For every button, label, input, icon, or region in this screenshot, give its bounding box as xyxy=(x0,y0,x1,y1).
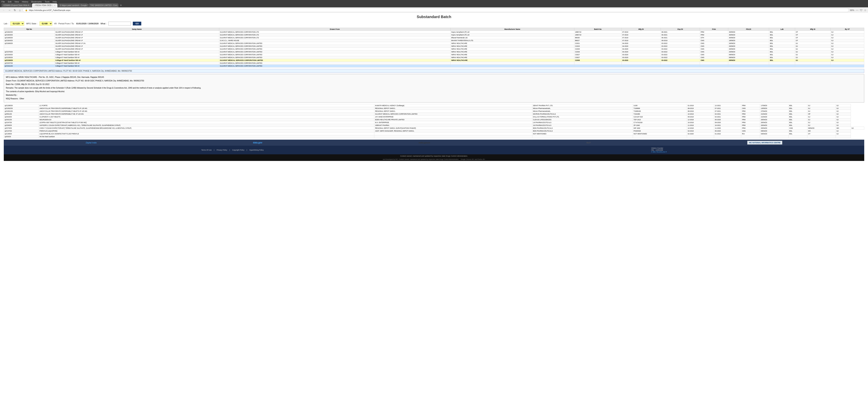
address-text: https://xlnindia.gov.in/GP_FailedSample.… xyxy=(29,9,70,11)
moiy-text: MoIY xyxy=(587,142,591,144)
table-row[interactable]: SILVER SULPHADIAZINE CREAM I.PGUJARAT ME… xyxy=(4,48,864,51)
pipe2: | xyxy=(229,149,230,151)
col-mfgdt: Mfg Dt xyxy=(621,28,661,31)
tab-fdca-close[interactable]: ✕ xyxy=(54,4,56,6)
detail-panel: MFG Address: NIRAV HEALTHCARE - Plot No.… xyxy=(4,74,864,102)
table-row[interactable]: q2/1541/20Collage-67 Hand Sanitizer 500 … xyxy=(4,65,864,67)
col-batchno: Batch No xyxy=(574,28,621,31)
table-row[interactable]: q2/1536/20Collage-67 Hand Sanitizer 500 … xyxy=(4,59,864,62)
lock-icon: 🔒 xyxy=(25,9,28,11)
footer-developed: and Developed by NIC. Content owned, mai… xyxy=(4,158,864,161)
period-value: 01/01/2020 / 10/06/2020 xyxy=(76,23,98,25)
detail-contents: The contents of active ingredients- Ethy… xyxy=(6,90,862,93)
table-row[interactable]: q2/138/20LIQUOPHIN BLACK DISINFECTANT FL… xyxy=(4,132,864,135)
hits-text: Hits : 14263498 xyxy=(651,149,667,151)
table-row[interactable]: q2/137/20PHENYLE (LIQUOPHIN)ASST. DEPO M… xyxy=(4,130,864,132)
more-options-icon[interactable]: ⋯ xyxy=(856,9,858,12)
table-row[interactable]: q2/1576/20Collage-67 Hand Sanitizer 500 … xyxy=(4,51,864,53)
menu-edit[interactable]: Edit xyxy=(8,1,11,3)
menu-tools[interactable]: Tools xyxy=(45,1,50,3)
col-expdt: Exp Dt xyxy=(661,28,700,31)
go-button[interactable]: GO xyxy=(133,22,141,25)
zoom-indicator: 80% xyxy=(850,9,854,11)
what-label: What : xyxy=(100,23,106,25)
what-input[interactable] xyxy=(108,22,131,25)
terms-link[interactable]: Terms Of Use xyxy=(202,149,212,151)
menu-help[interactable]: Help xyxy=(53,1,57,3)
table-row[interactable]: q2/1052/20AMOXYCILLIN TRIHYDRATE DISPERS… xyxy=(4,107,864,110)
footer-bottom: Content owned, maintained and updated by… xyxy=(4,154,864,158)
tab-fdca[interactable]: :: FDCA / FDA / DCD :: ✕ xyxy=(32,3,58,7)
page-content: Substandard Batch Lab : GJ-123 MFG State… xyxy=(0,13,868,401)
detail-marketed: Marketed By : xyxy=(6,94,862,97)
star-icon[interactable]: ☆ xyxy=(864,9,867,12)
nic-logo: NIC NATIONAL INFORMATICS CENTRE xyxy=(747,141,782,145)
table-row[interactable]: q2/1535/20Collage-67 Hand Sanitizer 500 … xyxy=(4,56,864,59)
footer-links: Terms Of Use | Privacy Policy | Copyrigh… xyxy=(202,149,264,151)
table-row[interactable]: q2/1051/20AMOXYCILLIN TRIHYDRATE DISPERS… xyxy=(4,110,864,113)
tab-falgun[interactable]: G falgun patel sandesh - Google S ✕ xyxy=(58,3,88,7)
col-frtm: Frtm xyxy=(700,28,728,31)
browser-frame: File Edit View History Bookmarks Tools H… xyxy=(0,0,868,401)
table-row[interactable]: q2/197/20LEVPRA-500 TABLETS [LEVETIRACET… xyxy=(4,121,864,124)
menu-view[interactable]: View xyxy=(14,1,19,3)
mfg-select[interactable]: GJ-80 xyxy=(39,21,52,26)
detail-remarks: Remarks: The sample does not comply with… xyxy=(6,87,862,90)
table-row[interactable]: q2/1537/20Collage-67 Hand Sanitizer 500 … xyxy=(4,62,864,65)
new-tab-button[interactable]: + xyxy=(119,4,123,7)
table-row[interactable]: q2/270/20COEX-T COUGH EXPECTORANT( TERBU… xyxy=(4,127,864,130)
table-row[interactable]: SILVER SULPHADIAZINE CREAM I.PGUJARAT ME… xyxy=(4,45,864,48)
period-label: Period From / To: xyxy=(58,23,74,25)
col-sampname: Samp Name xyxy=(55,28,219,31)
tab-sandesh-label: THE SANDESH LIMITED - Com... xyxy=(90,4,119,6)
controls-row: Lab : GJ-123 MFG State : GJ-80 #9 Period… xyxy=(4,21,864,26)
reload-button[interactable]: ↻ xyxy=(13,8,17,12)
table-row[interactable]: q2/431/20NEURODEN-D3EDEN HEALTHCARE PRIV… xyxy=(4,118,864,121)
visitors-counter: Visitors Counter Hits : 14263498 # 493,7… xyxy=(651,147,667,153)
menu-file[interactable]: File xyxy=(1,1,5,3)
selected-address: GUJARAT MEDICAL SERVICES CORPORATION LIM… xyxy=(4,69,864,73)
table-row[interactable]: q2/1606/20SILVER SULPHADIAZINE CREAM I.P… xyxy=(4,42,864,45)
table-row[interactable]: q2/1604/20SILVER SULPHADIAZINE CREAM I.P… xyxy=(4,39,864,42)
address-bar[interactable]: 🔒 https://xlnindia.gov.in/GP_FailedSampl… xyxy=(23,8,849,12)
count-text: #9 xyxy=(54,23,57,25)
nav-bar: ← → ↻ ⌂ 🔒 https://xlnindia.gov.in/GP_Fai… xyxy=(0,7,868,13)
detail-nsq: NSQ Reasons : Other xyxy=(6,97,862,100)
forward-button[interactable]: → xyxy=(7,8,12,12)
table-row[interactable]: q2/1280/20LC-FORTEKAMATH MEDICAL AGENCY … xyxy=(4,104,864,107)
copyright-link[interactable]: Copyright Policy xyxy=(232,149,244,151)
table-row[interactable]: q2/03/20HK the hand sanitizer xyxy=(4,135,864,138)
table-row[interactable]: q2/1602/20SILVER SULPHADIAZINE CREAM I.P… xyxy=(4,31,864,34)
back-button[interactable]: ← xyxy=(1,8,6,12)
col-mfgst: Mfg St xyxy=(795,28,831,31)
footer-copyright-text: Content owned, maintained and updated by… xyxy=(400,155,468,157)
col-lab: Lab xyxy=(769,28,795,31)
table-row[interactable]: q2/269/20VAPODRYL COUGH EXPECTORANT( AMB… xyxy=(4,124,864,127)
tab-gswan-label: GSWAN (Gujarat State Wide A... xyxy=(3,4,31,6)
tab-gswan[interactable]: GSWAN (Gujarat State Wide A... ✕ xyxy=(1,3,32,7)
lower-data-table: q2/1280/20LC-FORTEKAMATH MEDICAL AGENCY … xyxy=(4,104,864,138)
shield-icon: 🛡 xyxy=(860,9,863,12)
detail-batch: Batch No: C2006, Mfg Dt: 03-2020, Exp Dt… xyxy=(6,83,862,86)
table-row[interactable]: q2/1534/20Collage-67 Hand Sanitizer 500 … xyxy=(4,53,864,56)
menu-bookmarks[interactable]: Bookmarks xyxy=(31,1,42,3)
table-row[interactable]: q2/1605/20SILVER SULPHADIAZINE CREAM I.P… xyxy=(4,36,864,39)
col-byst: By ST xyxy=(831,28,864,31)
pipe1: | xyxy=(214,149,214,151)
table-row[interactable]: q2/1603/20SILVER SULPHADIAZINE CREAM I.P… xyxy=(4,34,864,36)
lab-select[interactable]: GJ-123 xyxy=(10,21,24,26)
lab-label: Lab : xyxy=(4,23,8,25)
privacy-link[interactable]: Privacy Policy xyxy=(217,149,227,151)
hyperlinking-link[interactable]: Hyperlinking Policy xyxy=(249,149,264,151)
main-data-table: Rpt No Samp Name Drawn From Manufacturer… xyxy=(4,28,864,67)
tab-bar: GSWAN (Gujarat State Wide A... ✕ :: FDCA… xyxy=(0,3,868,7)
page-footer: Terms Of Use | Privacy Policy | Copyrigh… xyxy=(4,146,864,154)
table-row[interactable]: q2/591/20AMOXYCILLIN TRIHYDRATE DISPERSI… xyxy=(4,113,864,116)
visitors-label: Visitors Counter xyxy=(651,147,667,149)
home-button[interactable]: ⌂ xyxy=(18,8,22,12)
menu-history[interactable]: History xyxy=(22,1,28,3)
table-row[interactable]: q2/443/20CLOPIZEST-A 150 TABLETSJAY AMSE… xyxy=(4,116,864,118)
col-fdldt: FDLDt xyxy=(728,28,769,31)
data-gov-logo: data.gov xyxy=(253,141,262,144)
tab-sandesh[interactable]: THE SANDESH LIMITED - Com... ✕ xyxy=(88,3,119,7)
